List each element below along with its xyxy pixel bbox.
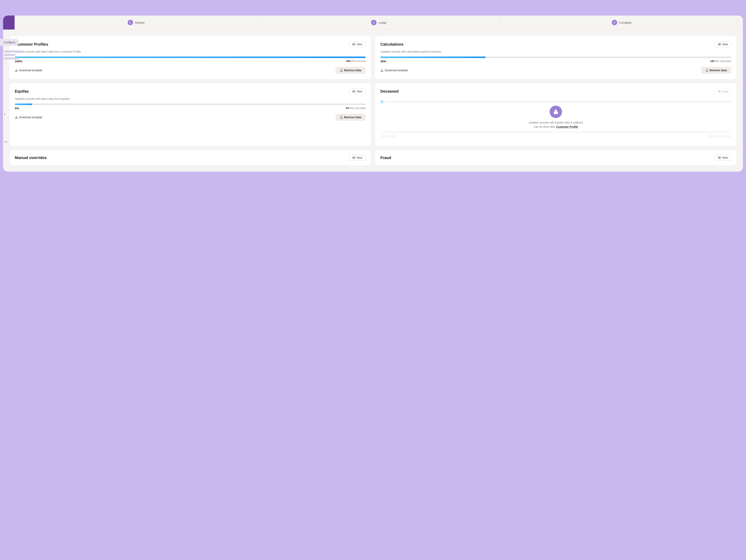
calculations-progress: 30% 142/455 calculated — [380, 57, 731, 63]
sidebar-stub-2 — [4, 54, 16, 56]
customer-profiles-title: Customer Profiles — [15, 42, 48, 47]
sidebar-counter: 4 — [0, 113, 5, 116]
upload-icon — [340, 69, 343, 72]
deceased-locked-overlay: Updates records with Equifax data & addr… — [380, 97, 731, 141]
step-2-badge: 2 — [127, 20, 133, 25]
deceased-title: Deceased — [380, 89, 398, 94]
download-icon — [15, 69, 18, 72]
lock-icon — [553, 109, 558, 115]
customer-profiles-card: Customer Profiles View Updates records w… — [9, 36, 371, 79]
step-4-label: Complete — [619, 21, 632, 24]
customer-profiles-progress-bar-bg — [15, 57, 366, 58]
customer-profile-link[interactable]: Customer Profile — [556, 125, 578, 128]
customer-profiles-count: 455/455 enriched — [346, 60, 366, 63]
calculations-progress-bar-bg — [380, 57, 731, 58]
eye-icon — [352, 43, 355, 46]
deceased-locked-text: Updates records with Equifax data & addr… — [528, 120, 583, 129]
svg-point-11 — [719, 157, 720, 158]
fraud-title: Fraud — [380, 155, 391, 160]
step-2-label: Review — [135, 21, 145, 24]
sidebar-label-stub: nts: — [4, 140, 8, 143]
equifax-pct: 5% — [15, 107, 19, 110]
customer-profiles-pct: 100% — [15, 60, 22, 63]
calculations-retrieve-button[interactable]: Retrieve Data — [701, 67, 731, 74]
configure-button[interactable]: Configure — [0, 39, 19, 46]
calculations-card: Calculations View Updates records with c… — [375, 36, 737, 79]
customer-profiles-download-link[interactable]: Download template — [15, 69, 42, 72]
step-1[interactable] — [3, 16, 15, 30]
step-3-lodge[interactable]: 3 Lodge — [258, 16, 500, 30]
svg-point-3 — [719, 44, 720, 45]
manual-overrides-eye-icon — [352, 156, 355, 159]
calculations-eye-icon — [718, 43, 721, 46]
equifax-card: Equifax View Updates records with latest… — [9, 83, 371, 146]
svg-point-10 — [353, 157, 354, 158]
equifax-view-button[interactable]: View — [349, 89, 366, 94]
steps-bar: 2 Review 3 Lodge 4 Complete — [3, 16, 743, 30]
manual-overrides-title: Manual overrides — [15, 155, 47, 160]
customer-profiles-description: Updates records with latest data from Cu… — [15, 50, 366, 54]
sidebar-stub-3 — [4, 57, 19, 59]
calculations-view-button[interactable]: View — [715, 41, 731, 47]
step-3-badge: 3 — [371, 20, 376, 25]
deceased-view-button[interactable]: View — [715, 89, 731, 94]
fraud-view-button[interactable]: View — [715, 155, 731, 160]
equifax-retrieve-button[interactable]: Retrieve Data — [336, 114, 366, 121]
customer-profiles-progress-bar-fill — [15, 57, 366, 58]
step-4-badge: 4 — [612, 20, 617, 25]
calculations-title: Calculations — [380, 42, 403, 47]
equifax-download-icon — [15, 116, 18, 119]
equifax-description: Updates records with latest data from Eq… — [15, 97, 366, 101]
manual-overrides-card: Manual overrides View — [9, 150, 371, 166]
equifax-count: 24/455 calculated — [346, 107, 366, 110]
calculations-pct: 30% — [380, 60, 386, 63]
deceased-eye-icon — [718, 90, 721, 93]
equifax-eye-icon — [352, 90, 355, 93]
calculations-count: 142/455 calculated — [710, 60, 731, 63]
equifax-progress-bar-fill — [15, 104, 32, 105]
lock-icon-circle — [550, 106, 562, 118]
calculations-download-link[interactable]: Download template — [380, 69, 408, 72]
svg-point-9 — [719, 91, 720, 92]
equifax-progress-bar-bg — [15, 104, 366, 105]
svg-point-0 — [353, 44, 354, 45]
calculations-progress-bar-fill — [380, 57, 486, 58]
equifax-upload-icon — [340, 116, 343, 119]
step-3-label: Lodge — [378, 21, 386, 24]
calculations-download-icon — [380, 69, 383, 72]
step-2-review[interactable]: 2 Review — [15, 16, 258, 30]
fraud-eye-icon — [718, 156, 721, 159]
fraud-card: Fraud View — [375, 150, 737, 166]
equifax-title: Equifax — [15, 89, 29, 94]
manual-overrides-view-button[interactable]: View — [349, 155, 366, 160]
step-4-complete[interactable]: 4 Complete — [500, 16, 743, 30]
deceased-card: Deceased View — [375, 83, 737, 146]
customer-profiles-progress: 100% 455/455 enriched — [15, 57, 366, 63]
equifax-progress: 5% 24/455 calculated — [15, 104, 366, 110]
calculations-upload-icon — [706, 69, 709, 72]
equifax-download-link[interactable]: Download template — [15, 116, 42, 119]
sidebar-stub-1 — [4, 51, 21, 53]
svg-point-6 — [353, 91, 354, 92]
customer-profiles-view-button[interactable]: View — [349, 41, 366, 47]
calculations-description: Updates records with calculated payment … — [380, 50, 731, 54]
customer-profiles-retrieve-button[interactable]: Retrieve Data — [336, 67, 366, 74]
